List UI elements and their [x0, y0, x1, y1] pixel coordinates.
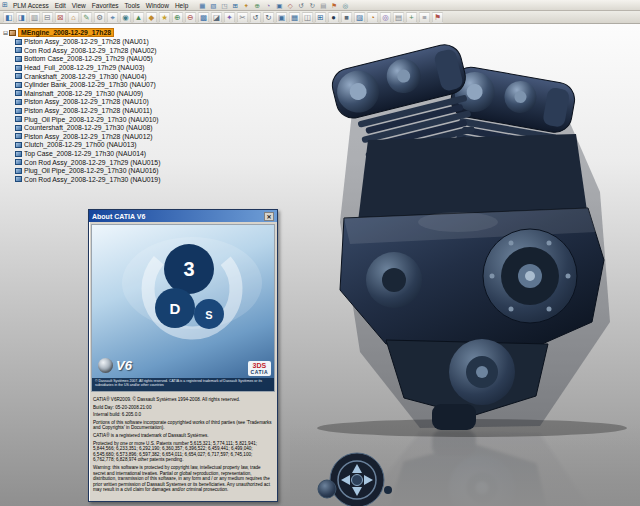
- tree-children: Piston Assy_2008-12-29_17h28 (NAU01) Con…: [15, 38, 160, 184]
- toolbar-icon[interactable]: ▦: [197, 1, 207, 10]
- toolbar-icon[interactable]: ✂: [237, 12, 248, 23]
- tree-item[interactable]: Plug_Oil Pipe_2008-12-29_17h30 (NAU016): [15, 166, 160, 175]
- tree-item[interactable]: Con Rod Assy_2008-12-29_17h28 (NAU02): [15, 46, 160, 55]
- toolbar-icon[interactable]: ↻: [263, 12, 274, 23]
- part-icon: [15, 176, 22, 182]
- toolbar-icon[interactable]: ▲: [133, 12, 144, 23]
- toolbar-icon[interactable]: ◧: [3, 12, 14, 23]
- tree-item[interactable]: Piston Assy_2008-12-29_17h28 (NAU011): [15, 106, 160, 115]
- assembly-icon: [9, 30, 16, 36]
- catia-window: ⊞ PLM Access Edit View Favorites Tools W…: [0, 0, 640, 506]
- toolbar-icon[interactable]: ★: [159, 12, 170, 23]
- tree-item[interactable]: Con Rod Assy_2008-12-29_17h29 (NAU015): [15, 158, 160, 167]
- toolbar-icon[interactable]: ⊟: [42, 12, 53, 23]
- toolbar-icon[interactable]: ⚑: [329, 1, 339, 10]
- tree-item[interactable]: Piston Assy_2008-12-29_17h28 (NAU012): [15, 132, 160, 141]
- toolbar-icon[interactable]: ▩: [198, 12, 209, 23]
- toolbar-icon[interactable]: ▦: [289, 12, 300, 23]
- toolbar-icon[interactable]: ◉: [120, 12, 131, 23]
- part-icon: [15, 82, 22, 88]
- tree-item[interactable]: Mainshaft_2008-12-29_17h30 (NAU09): [15, 89, 160, 98]
- toolbar-icon[interactable]: ⊕: [172, 12, 183, 23]
- tree-item[interactable]: Bottom Case_2008-12-29_17h29 (NAU05): [15, 55, 160, 64]
- menu-item[interactable]: View: [69, 2, 89, 9]
- toolbar-icon[interactable]: ◎: [340, 1, 350, 10]
- toolbar-icon[interactable]: ■: [341, 12, 352, 23]
- toolbar-icon[interactable]: ▤: [318, 1, 328, 10]
- toolbar-icon[interactable]: ⚙: [94, 12, 105, 23]
- toolbar-icon[interactable]: ✦: [224, 12, 235, 23]
- menu-plm-access[interactable]: PLM Access: [10, 2, 52, 9]
- toolbar-icon[interactable]: ◔: [263, 1, 273, 10]
- toolbar-icon[interactable]: ▥: [29, 12, 40, 23]
- dialog-title: About CATIA V6: [92, 213, 145, 220]
- toolbar-icon[interactable]: ✎: [81, 12, 92, 23]
- toolbar-icon[interactable]: +: [406, 12, 417, 23]
- toolbar-icon[interactable]: ●: [328, 12, 339, 23]
- menubar-toolbar: ▦ ▧ ◳ ⊞ ✦ ⊕ ◔ ▣ ◇ ↺ ↻ ▤: [197, 1, 350, 10]
- toolbar-icon[interactable]: ⊠: [55, 12, 66, 23]
- toolbar-icon[interactable]: ↻: [307, 1, 317, 10]
- menu-item[interactable]: Help: [172, 2, 191, 9]
- part-icon: [15, 65, 22, 71]
- toolbar-icon[interactable]: ▣: [276, 12, 287, 23]
- toolbar-icon[interactable]: ≡: [419, 12, 430, 23]
- part-icon: [15, 142, 22, 148]
- tree-item-label: Con Rod Assy_2008-12-29_17h29 (NAU015): [24, 159, 160, 166]
- toolbar-icon[interactable]: ◎: [380, 12, 391, 23]
- part-icon: [15, 47, 22, 53]
- about-text-line: Internal build: 6.205.0.0: [93, 412, 273, 418]
- expander-icon[interactable]: ⊟: [3, 29, 8, 36]
- splash-copyright: © Dassault Systèmes 2007. All rights res…: [92, 378, 274, 391]
- close-icon[interactable]: ✕: [264, 212, 274, 221]
- compass-sphere[interactable]: [318, 480, 336, 498]
- toolbar-icon[interactable]: ⌖: [107, 12, 118, 23]
- toolbar-icon[interactable]: ◔: [367, 12, 378, 23]
- tree-item[interactable]: Cylinder Bank_2008-12-29_17h30 (NAU07): [15, 80, 160, 89]
- toolbar-icon[interactable]: ▧: [208, 1, 218, 10]
- toolbar-icon[interactable]: ✦: [241, 1, 251, 10]
- toolbar-icon[interactable]: ◆: [146, 12, 157, 23]
- compass-center[interactable]: [352, 475, 363, 486]
- toolbar-icon[interactable]: ⊞: [230, 1, 240, 10]
- compass-dot[interactable]: [384, 486, 392, 494]
- toolbar-icon[interactable]: ▨: [354, 12, 365, 23]
- toolbar-icon[interactable]: ◫: [302, 12, 313, 23]
- tree-item[interactable]: Crankshaft_2008-12-29_17h30 (NAU04): [15, 72, 160, 81]
- tree-item-label: Piston Assy_2008-12-29_17h28 (NAU011): [24, 107, 152, 114]
- toolbar-icon[interactable]: ◨: [16, 12, 27, 23]
- logo-letter-3: 3: [183, 258, 194, 280]
- menu-bar: ⊞ PLM Access Edit View Favorites Tools W…: [0, 0, 640, 11]
- tree-item[interactable]: Head_Full_2008-12-29_17h29 (NAU03): [15, 63, 160, 72]
- tree-item-label: Piston Assy_2008-12-29_17h28 (NAU012): [24, 133, 152, 140]
- toolbar-icon[interactable]: ▤: [393, 12, 404, 23]
- toolbar-icon[interactable]: ⊞: [315, 12, 326, 23]
- tree-item[interactable]: Plug_Oil Pipe_2008-12-29_17h30 (NAU010): [15, 115, 160, 124]
- spec-tree: ⊟ MEngine_2008-12-29_17h28 Piston Assy_2…: [3, 28, 160, 184]
- menu-item[interactable]: Window: [143, 2, 172, 9]
- menu-item[interactable]: Tools: [122, 2, 143, 9]
- toolbar-icon[interactable]: ◇: [285, 1, 295, 10]
- about-text-line: Warning: this software is protected by c…: [93, 465, 273, 493]
- part-icon: [15, 39, 22, 45]
- tree-item[interactable]: Piston Assy_2008-12-29_17h28 (NAU01): [15, 38, 160, 47]
- toolbar-icon[interactable]: ⌂: [68, 12, 79, 23]
- menu-item[interactable]: Edit: [52, 2, 69, 9]
- toolbar-icon[interactable]: ↺: [296, 1, 306, 10]
- tree-item[interactable]: Countershaft_2008-12-29_17h30 (NAU08): [15, 123, 160, 132]
- toolbar-icon[interactable]: ▣: [274, 1, 284, 10]
- tree-item[interactable]: Top Case_2008-12-29_17h30 (NAU014): [15, 149, 160, 158]
- toolbar-icon[interactable]: ⊖: [185, 12, 196, 23]
- toolbar-icon[interactable]: ◳: [219, 1, 229, 10]
- dialog-title-bar[interactable]: About CATIA V6 ✕: [89, 210, 277, 222]
- toolbar-icon[interactable]: ⊕: [252, 1, 262, 10]
- tree-item[interactable]: Piston Assy_2008-12-29_17h28 (NAU10): [15, 98, 160, 107]
- toolbar-icon[interactable]: ◪: [211, 12, 222, 23]
- tree-root-item[interactable]: ⊟ MEngine_2008-12-29_17h28: [3, 28, 160, 38]
- toolbar-icon[interactable]: ⚑: [432, 12, 443, 23]
- tree-item[interactable]: Clutch_2008-12-29_17h00 (NAU013): [15, 141, 160, 150]
- tree-item[interactable]: Con Rod Assy_2008-12-29_17h30 (NAU019): [15, 175, 160, 184]
- toolbar-icon[interactable]: ↺: [250, 12, 261, 23]
- tree-item-label: Piston Assy_2008-12-29_17h28 (NAU01): [24, 38, 149, 45]
- menu-item[interactable]: Favorites: [89, 2, 122, 9]
